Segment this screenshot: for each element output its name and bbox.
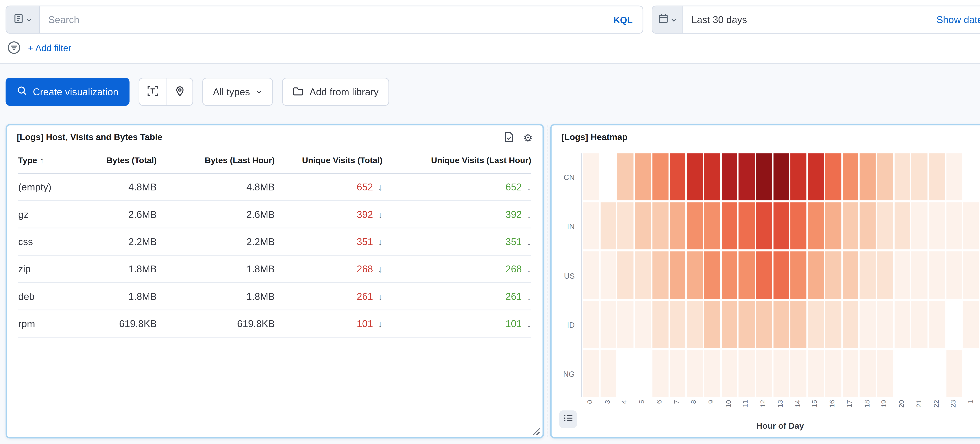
heatmap-cell[interactable] — [912, 203, 928, 250]
heatmap-cell[interactable] — [791, 203, 807, 250]
heatmap-cell[interactable] — [687, 350, 703, 397]
column-header-visits-last-hour[interactable]: Unique Visits (Last Hour) — [382, 155, 531, 165]
heatmap-cell[interactable] — [617, 301, 633, 348]
heatmap-cell[interactable] — [652, 252, 668, 299]
heatmap-cell[interactable] — [860, 153, 876, 200]
heatmap-cell[interactable] — [687, 301, 703, 348]
heatmap-cell[interactable] — [721, 252, 737, 299]
table-row[interactable]: gz2.6MB2.6MB392↓392↓ — [18, 201, 531, 228]
heatmap-cell[interactable] — [739, 301, 755, 348]
heatmap-cell[interactable] — [791, 153, 807, 200]
heatmap-cell[interactable] — [721, 350, 737, 397]
heatmap-cell[interactable] — [877, 252, 893, 299]
panel-column-divider[interactable] — [547, 125, 547, 437]
table-row[interactable]: deb1.8MB1.8MB261↓261↓ — [18, 283, 531, 310]
heatmap-cell[interactable] — [808, 301, 824, 348]
heatmap-cell[interactable] — [739, 153, 755, 200]
heatmap-cell[interactable] — [652, 350, 668, 397]
heatmap-cell[interactable] — [670, 252, 686, 299]
heatmap-cell[interactable] — [617, 203, 633, 250]
add-filter-link[interactable]: + Add filter — [28, 42, 72, 53]
heatmap-cell[interactable] — [825, 153, 841, 200]
create-visualization-button[interactable]: Create visualization — [6, 78, 130, 106]
heatmap-cell[interactable] — [773, 203, 789, 250]
heatmap-cell[interactable] — [929, 301, 945, 348]
heatmap-cell[interactable] — [842, 153, 858, 200]
heatmap-cell[interactable] — [600, 203, 616, 250]
heatmap-cell[interactable] — [912, 301, 928, 348]
heatmap-cell[interactable] — [894, 153, 910, 200]
date-range-field[interactable]: Last 30 days Show dates — [683, 6, 980, 33]
heatmap-cell[interactable] — [670, 350, 686, 397]
heatmap-cell[interactable] — [652, 153, 668, 200]
date-range-value[interactable]: Last 30 days — [692, 14, 747, 25]
show-dates-link[interactable]: Show dates — [937, 14, 980, 25]
table-row[interactable]: (empty)4.8MB4.8MB652↓652↓ — [18, 174, 531, 201]
heatmap-cell[interactable] — [704, 301, 720, 348]
heatmap-cell[interactable] — [704, 252, 720, 299]
heatmap-cell[interactable] — [825, 350, 841, 397]
heatmap-cell[interactable] — [756, 203, 772, 250]
heatmap-cell[interactable] — [739, 350, 755, 397]
heatmap-cell[interactable] — [808, 203, 824, 250]
heatmap-cell[interactable] — [704, 350, 720, 397]
heatmap-cell[interactable] — [946, 153, 962, 200]
heatmap-cell[interactable] — [583, 203, 599, 250]
heatmap-cell[interactable] — [929, 203, 945, 250]
heatmap-cell[interactable] — [600, 252, 616, 299]
heatmap-cell[interactable] — [964, 252, 979, 299]
heatmap-cell[interactable] — [739, 252, 755, 299]
heatmap-cell[interactable] — [756, 350, 772, 397]
heatmap-cell[interactable] — [652, 301, 668, 348]
heatmap-cell[interactable] — [670, 153, 686, 200]
heatmap-cell[interactable] — [912, 252, 928, 299]
heatmap-cell[interactable] — [721, 203, 737, 250]
heatmap-cell[interactable] — [894, 301, 910, 348]
date-quick-select-button[interactable] — [652, 6, 683, 33]
gear-icon[interactable]: ⚙ — [523, 132, 533, 142]
heatmap-cell[interactable] — [946, 252, 962, 299]
heatmap-cell[interactable] — [825, 301, 841, 348]
heatmap-cell[interactable] — [946, 203, 962, 250]
heatmap-cell[interactable] — [860, 301, 876, 348]
heatmap-cell[interactable] — [600, 350, 616, 397]
heatmap-cell[interactable] — [617, 252, 633, 299]
heatmap-cell[interactable] — [635, 153, 651, 200]
heatmap-cell[interactable] — [808, 350, 824, 397]
heatmap-cell[interactable] — [929, 153, 945, 200]
heatmap-cell[interactable] — [687, 153, 703, 200]
heatmap-cell[interactable] — [877, 153, 893, 200]
add-from-library-button[interactable]: Add from library — [282, 78, 389, 106]
heatmap-cell[interactable] — [860, 252, 876, 299]
heatmap-cell[interactable] — [860, 350, 876, 397]
column-header-visits-total[interactable]: Unique Visits (Total) — [275, 155, 383, 165]
heatmap-cell[interactable] — [894, 203, 910, 250]
heatmap-cell[interactable] — [929, 252, 945, 299]
heatmap-cell[interactable] — [756, 301, 772, 348]
heatmap-cell[interactable] — [721, 153, 737, 200]
heatmap-cell[interactable] — [808, 252, 824, 299]
heatmap-cell[interactable] — [670, 301, 686, 348]
heatmap-cell[interactable] — [687, 252, 703, 299]
heatmap-cell[interactable] — [583, 350, 599, 397]
heatmap-cell[interactable] — [964, 203, 979, 250]
heatmap-cell[interactable] — [825, 203, 841, 250]
resize-handle-icon[interactable] — [531, 426, 540, 436]
all-types-dropdown[interactable]: All types — [202, 78, 273, 106]
table-row[interactable]: zip1.8MB1.8MB268↓268↓ — [18, 256, 531, 283]
kql-button[interactable]: KQL — [604, 6, 643, 33]
filter-icon[interactable] — [7, 41, 21, 54]
heatmap-cell[interactable] — [877, 203, 893, 250]
table-row[interactable]: rpm619.8KB619.8KB101↓101↓ — [18, 310, 531, 337]
heatmap-cell[interactable] — [825, 252, 841, 299]
search-input[interactable] — [40, 6, 604, 33]
heatmap-cell[interactable] — [756, 252, 772, 299]
heatmap-cell[interactable] — [964, 301, 979, 348]
heatmap-cell[interactable] — [791, 350, 807, 397]
heatmap-cell[interactable] — [894, 252, 910, 299]
column-header-type[interactable]: Type↑ — [18, 155, 85, 165]
column-header-bytes-total[interactable]: Bytes (Total) — [85, 155, 157, 165]
library-check-icon[interactable] — [503, 132, 514, 143]
heatmap-cell[interactable] — [773, 153, 789, 200]
heatmap-cell[interactable] — [739, 203, 755, 250]
